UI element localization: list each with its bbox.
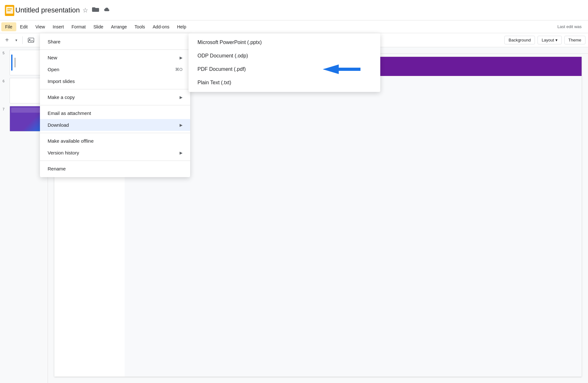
slide-num-7: 7	[3, 106, 8, 111]
file-menu-dropdown: Share New ▶ Open ⌘O Import slides Make a…	[40, 33, 190, 177]
pdf-label: PDF Document (.pdf)	[197, 66, 246, 72]
menu-item-email[interactable]: Email as attachment	[40, 107, 190, 119]
pptx-label: Microsoft PowerPoint (.pptx)	[197, 40, 262, 45]
email-label: Email as attachment	[48, 110, 91, 116]
offline-label: Make available offline	[48, 138, 94, 144]
download-txt[interactable]: Plain Text (.txt)	[189, 76, 380, 89]
menu-item-new[interactable]: New ▶	[40, 52, 190, 64]
slide-7-header	[11, 108, 43, 113]
separator-3	[40, 105, 190, 105]
slide-num-5: 5	[3, 50, 8, 55]
share-label: Share	[48, 39, 60, 44]
slide-thumb-7: 7	[3, 106, 45, 131]
app-logo	[4, 4, 15, 16]
new-label: New	[48, 55, 57, 60]
download-submenu: Microsoft PowerPoint (.pptx) ODP Documen…	[189, 33, 380, 92]
download-pptx[interactable]: Microsoft PowerPoint (.pptx)	[189, 36, 380, 49]
open-label: Open	[48, 67, 59, 72]
slide-blue-bar	[11, 55, 12, 71]
menu-item-rename[interactable]: Rename	[40, 163, 190, 175]
slide-num-6: 6	[3, 78, 8, 83]
menu-item-download[interactable]: Download ▶	[40, 119, 190, 131]
theme-btn[interactable]: Theme	[564, 36, 585, 44]
image-icon[interactable]	[25, 35, 37, 45]
menu-edit[interactable]: Edit	[16, 22, 32, 31]
menu-item-share[interactable]: Share	[40, 36, 190, 48]
add-slide-btn[interactable]: +	[3, 34, 12, 46]
download-arrow-icon: ▶	[180, 123, 182, 127]
menu-bar: File Edit View Insert Format Slide Arran…	[0, 20, 588, 33]
separator-1	[40, 49, 190, 50]
make-copy-arrow-icon: ▶	[180, 95, 182, 100]
make-copy-label: Make a copy	[48, 94, 75, 100]
pdf-arrow-icon	[323, 61, 361, 77]
menu-item-make-copy[interactable]: Make a copy ▶	[40, 91, 190, 103]
menu-addons[interactable]: Add-ons	[149, 22, 173, 31]
download-pdf[interactable]: PDF Document (.pdf)	[189, 63, 380, 76]
download-label: Download	[48, 122, 69, 128]
separator-2	[40, 89, 190, 89]
import-label: Import slides	[48, 79, 75, 84]
separator-5	[40, 161, 190, 161]
folder-icon[interactable]	[92, 6, 99, 14]
dropdown-btn[interactable]: ▾	[13, 36, 20, 44]
slide-overlay	[125, 76, 582, 377]
menu-item-import[interactable]: Import slides	[40, 75, 190, 87]
download-odp[interactable]: ODP Document (.odp)	[189, 49, 380, 63]
title-icons-group: ☆	[82, 6, 110, 14]
toolbar-right-group: Background Layout ▾ Theme	[504, 36, 585, 44]
menu-item-version[interactable]: Version history ▶	[40, 147, 190, 159]
slide-thumb-6: 6	[3, 78, 45, 103]
svg-rect-4	[7, 10, 11, 11]
menu-view[interactable]: View	[32, 22, 49, 31]
last-edit-label: Last edit was	[557, 24, 587, 29]
separator-4	[40, 133, 190, 133]
slide-content-line	[14, 58, 16, 67]
svg-marker-13	[323, 64, 339, 74]
document-title[interactable]: Untitled presentation	[15, 6, 80, 14]
version-label: Version history	[48, 150, 79, 155]
slide-thumb-5: 5	[3, 50, 45, 75]
layout-btn[interactable]: Layout ▾	[538, 36, 562, 44]
menu-insert[interactable]: Insert	[49, 22, 68, 31]
svg-rect-14	[338, 68, 360, 71]
background-btn[interactable]: Background	[504, 36, 535, 44]
open-shortcut: ⌘O	[175, 67, 182, 72]
svg-rect-3	[7, 8, 12, 9]
slide-7-inner	[10, 106, 45, 131]
toolbar-divider-1	[22, 36, 23, 44]
star-icon[interactable]: ☆	[82, 6, 88, 14]
top-bar: Untitled presentation ☆	[0, 0, 588, 20]
cloud-icon[interactable]	[103, 6, 110, 14]
menu-file[interactable]: File	[1, 22, 16, 31]
menu-help[interactable]: Help	[173, 22, 190, 31]
menu-slide[interactable]: Slide	[89, 22, 107, 31]
txt-label: Plain Text (.txt)	[197, 80, 231, 86]
rename-label: Rename	[48, 166, 66, 171]
menu-tools[interactable]: Tools	[131, 22, 149, 31]
menu-arrange[interactable]: Arrange	[107, 22, 131, 31]
menu-item-open[interactable]: Open ⌘O	[40, 64, 190, 75]
menu-item-offline[interactable]: Make available offline	[40, 135, 190, 147]
odp-label: ODP Document (.odp)	[197, 53, 248, 59]
new-arrow-icon: ▶	[180, 56, 182, 60]
menu-format[interactable]: Format	[68, 22, 89, 31]
version-arrow-icon: ▶	[180, 151, 182, 155]
